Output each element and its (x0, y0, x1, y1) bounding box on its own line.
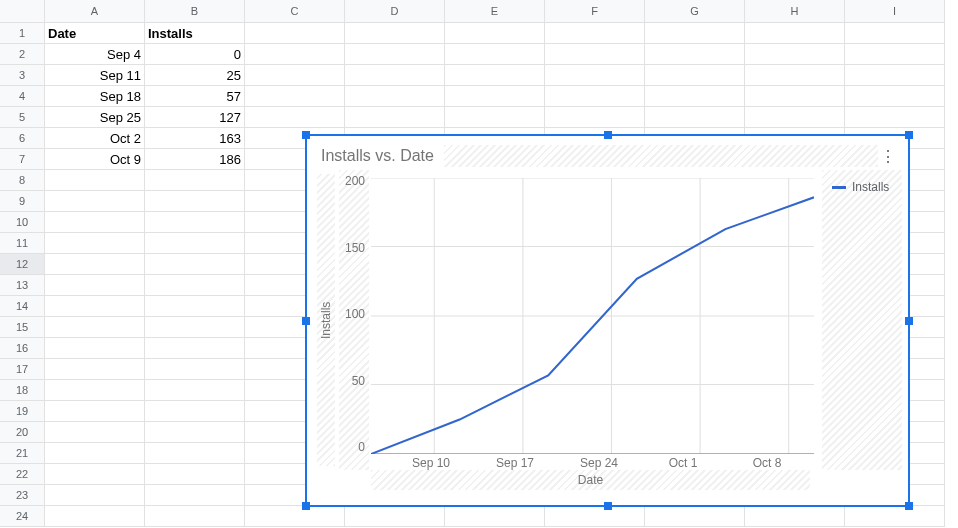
row-header[interactable]: 2 (0, 44, 45, 65)
cell-D2[interactable] (345, 44, 445, 65)
cell-A12[interactable] (45, 254, 145, 275)
row-header[interactable]: 20 (0, 422, 45, 443)
cell-B7[interactable]: 186 (145, 149, 245, 170)
y-axis-title[interactable]: Installs (317, 174, 335, 466)
cell-B20[interactable] (145, 422, 245, 443)
row-header[interactable]: 7 (0, 149, 45, 170)
row-header[interactable]: 16 (0, 338, 45, 359)
embedded-chart[interactable]: Installs vs. Date ⋮ Installs 200 150 100… (305, 134, 910, 507)
cell-B18[interactable] (145, 380, 245, 401)
cell-B4[interactable]: 57 (145, 86, 245, 107)
cell-H24[interactable] (745, 506, 845, 527)
resize-handle-bl[interactable] (302, 502, 310, 510)
y-axis-ticks[interactable]: 200 150 100 50 0 (339, 170, 369, 470)
col-header-A[interactable]: A (45, 0, 145, 23)
cell-F2[interactable] (545, 44, 645, 65)
resize-handle-bc[interactable] (604, 502, 612, 510)
chart-menu-button[interactable]: ⋮ (878, 147, 898, 166)
row-header[interactable]: 23 (0, 485, 45, 506)
cell-B19[interactable] (145, 401, 245, 422)
cell-F3[interactable] (545, 65, 645, 86)
cell-A21[interactable] (45, 443, 145, 464)
cell-E1[interactable] (445, 23, 545, 44)
col-header-D[interactable]: D (345, 0, 445, 23)
col-header-I[interactable]: I (845, 0, 945, 23)
cell-A2[interactable]: Sep 4 (45, 44, 145, 65)
cell-E4[interactable] (445, 86, 545, 107)
cell-B9[interactable] (145, 191, 245, 212)
cell-A20[interactable] (45, 422, 145, 443)
cell-A19[interactable] (45, 401, 145, 422)
cell-A15[interactable] (45, 317, 145, 338)
cell-A3[interactable]: Sep 11 (45, 65, 145, 86)
cell-C5[interactable] (245, 107, 345, 128)
row-header[interactable]: 18 (0, 380, 45, 401)
cell-A18[interactable] (45, 380, 145, 401)
cell-H4[interactable] (745, 86, 845, 107)
cell-A7[interactable]: Oct 9 (45, 149, 145, 170)
col-header-C[interactable]: C (245, 0, 345, 23)
cell-A10[interactable] (45, 212, 145, 233)
row-header[interactable]: 22 (0, 464, 45, 485)
cell-B1[interactable]: Installs (145, 23, 245, 44)
cell-H2[interactable] (745, 44, 845, 65)
chart-plot-area[interactable]: Sep 10 Sep 17 Sep 24 Oct 1 Oct 8 (371, 178, 814, 454)
cell-B6[interactable]: 163 (145, 128, 245, 149)
cell-B8[interactable] (145, 170, 245, 191)
cell-F5[interactable] (545, 107, 645, 128)
cell-A14[interactable] (45, 296, 145, 317)
cell-A24[interactable] (45, 506, 145, 527)
cell-B16[interactable] (145, 338, 245, 359)
cell-B2[interactable]: 0 (145, 44, 245, 65)
cell-C3[interactable] (245, 65, 345, 86)
cell-C2[interactable] (245, 44, 345, 65)
row-header[interactable]: 5 (0, 107, 45, 128)
cell-I2[interactable] (845, 44, 945, 65)
resize-handle-ml[interactable] (302, 317, 310, 325)
cell-D4[interactable] (345, 86, 445, 107)
cell-A8[interactable] (45, 170, 145, 191)
cell-G4[interactable] (645, 86, 745, 107)
cell-A16[interactable] (45, 338, 145, 359)
resize-handle-br[interactable] (905, 502, 913, 510)
x-axis-title[interactable]: Date (371, 470, 810, 490)
cell-A23[interactable] (45, 485, 145, 506)
row-header[interactable]: 1 (0, 23, 45, 44)
cell-D24[interactable] (345, 506, 445, 527)
cell-G3[interactable] (645, 65, 745, 86)
cell-F1[interactable] (545, 23, 645, 44)
resize-handle-tr[interactable] (905, 131, 913, 139)
cell-I4[interactable] (845, 86, 945, 107)
row-header[interactable]: 24 (0, 506, 45, 527)
cell-I3[interactable] (845, 65, 945, 86)
cell-H5[interactable] (745, 107, 845, 128)
row-header[interactable]: 3 (0, 65, 45, 86)
cell-B23[interactable] (145, 485, 245, 506)
row-header[interactable]: 15 (0, 317, 45, 338)
cell-B24[interactable] (145, 506, 245, 527)
cell-G2[interactable] (645, 44, 745, 65)
cell-A9[interactable] (45, 191, 145, 212)
cell-C4[interactable] (245, 86, 345, 107)
cell-H3[interactable] (745, 65, 845, 86)
cell-I5[interactable] (845, 107, 945, 128)
row-header[interactable]: 19 (0, 401, 45, 422)
cell-C24[interactable] (245, 506, 345, 527)
cell-E2[interactable] (445, 44, 545, 65)
resize-handle-mr[interactable] (905, 317, 913, 325)
cell-A1[interactable]: Date (45, 23, 145, 44)
cell-B12[interactable] (145, 254, 245, 275)
row-header[interactable]: 14 (0, 296, 45, 317)
row-header[interactable]: 12 (0, 254, 45, 275)
col-header-B[interactable]: B (145, 0, 245, 23)
resize-handle-tc[interactable] (604, 131, 612, 139)
cell-E24[interactable] (445, 506, 545, 527)
cell-A22[interactable] (45, 464, 145, 485)
resize-handle-tl[interactable] (302, 131, 310, 139)
select-all-corner[interactable] (0, 0, 45, 23)
row-header[interactable]: 21 (0, 443, 45, 464)
legend-entry[interactable]: Installs (828, 176, 896, 198)
cell-F24[interactable] (545, 506, 645, 527)
row-header[interactable]: 9 (0, 191, 45, 212)
col-header-H[interactable]: H (745, 0, 845, 23)
